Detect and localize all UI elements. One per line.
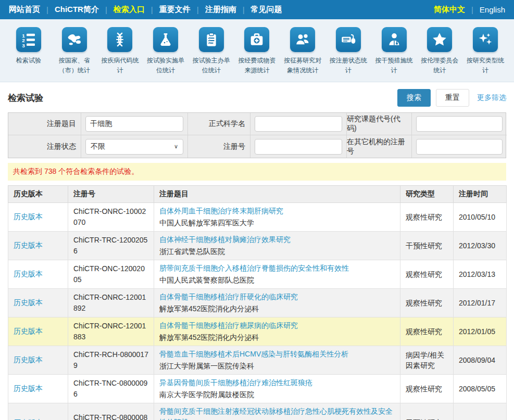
doctor-icon bbox=[382, 27, 407, 52]
toolbar-item-0[interactable]: 123检索试验 bbox=[7, 27, 51, 66]
form-input-2[interactable] bbox=[416, 116, 503, 132]
study-type: 观察性研究 bbox=[400, 260, 454, 289]
table-row: 历史版本ChiCTR-ONRC-12001892自体骨髓干细胞移植治疗肝硬化的临… bbox=[8, 289, 507, 317]
main-content: 检索试验 搜索 重置 更多筛选 注册题目正式科学名研究课题代号(代码)注册状态不… bbox=[0, 89, 514, 420]
history-version-link[interactable]: 历史版本 bbox=[14, 384, 43, 392]
toolbar-item-label: 按国家、省（市）统计 bbox=[54, 56, 95, 75]
registration-number: ChiCTR-TRC-08000080 bbox=[68, 403, 154, 420]
trial-title-link[interactable]: 脐带间充质干细胞介入移植治疗脊髓损伤的安全性和有效性 bbox=[159, 263, 395, 274]
toolbar-item-label: 检索试验 bbox=[8, 56, 49, 66]
star-icon bbox=[427, 27, 452, 52]
medkit-icon bbox=[244, 27, 269, 52]
toolbar-item-2[interactable]: 按疾病代码统计 bbox=[98, 27, 142, 75]
study-type: 病因学/相关因素研究 bbox=[400, 346, 454, 375]
toolbar-item-label: 按伦理委员会统计 bbox=[419, 56, 460, 75]
toolbar-item-8[interactable]: 按干预措施统计 bbox=[372, 27, 416, 75]
search-button[interactable]: 搜索 bbox=[397, 89, 431, 107]
top-navigation: 网站首页|ChiCTR简介|检索入口|重要文件|注册指南|常见问题 简体中文|E… bbox=[0, 0, 514, 19]
toolbar-item-label: 按征募研究对象情况统计 bbox=[282, 56, 323, 75]
toolbar-item-label: 按注册状态统计 bbox=[328, 56, 369, 75]
toolbar-item-label: 按研究类型统计 bbox=[465, 56, 506, 75]
study-type: 干预性研究 bbox=[400, 403, 454, 420]
toolbar-item-9[interactable]: 按伦理委员会统计 bbox=[418, 27, 461, 75]
trial-title-link[interactable]: 自体骨髓干细胞移植治疗肝硬化的临床研究 bbox=[159, 291, 395, 302]
stats-toolbar: 123检索试验按国家、省（市）统计按疾病代码统计按试验实施单位统计按试验主办单位… bbox=[0, 19, 514, 82]
clipboard-icon bbox=[199, 27, 224, 52]
form-input-1[interactable] bbox=[255, 116, 342, 132]
trial-title-link[interactable]: 骨髓造血干细胞移植术后HCMV感染与肝转氨酶相关性分析 bbox=[159, 349, 395, 360]
institution-name: 解放军第452医院消化内分泌科 bbox=[159, 303, 395, 314]
trial-title-link[interactable]: 自体骨髓干细胞移植治疗糖尿病的临床研究 bbox=[159, 320, 395, 331]
select-value: 不限 bbox=[91, 142, 105, 151]
nav-language-switch: 简体中文|English bbox=[434, 5, 505, 15]
toolbar-item-6[interactable]: 按征募研究对象情况统计 bbox=[281, 27, 324, 75]
toolbar-item-5[interactable]: 按经费或物资来源统计 bbox=[235, 27, 279, 75]
lang-item-0[interactable]: 简体中文 bbox=[434, 5, 465, 15]
table-row: 历史版本ChiCTR-RCH-08000179骨髓造血干细胞移植术后HCMV感染… bbox=[8, 346, 507, 375]
institution-name: 解放军第452医院消化内分泌科 bbox=[159, 332, 395, 343]
more-filters-link[interactable]: 更多筛选 bbox=[477, 93, 506, 103]
search-form: 注册题目正式科学名研究课题代号(代码)注册状态不限∨注册号在其它机构的注册号 bbox=[8, 112, 506, 158]
history-version-link[interactable]: 历史版本 bbox=[14, 270, 43, 278]
form-label-2: 研究课题代号(代码) bbox=[347, 113, 412, 135]
table-row: 历史版本ChiCTR-TRC-12002056自体神经干细胞移植对脑瘫治疗效果研… bbox=[8, 232, 507, 260]
toolbar-item-7[interactable]: 按注册状态统计 bbox=[327, 27, 370, 75]
table-row: 历史版本ChiCTR-ONRC-12001883自体骨髓干细胞移植治疗糖尿病的临… bbox=[8, 317, 507, 346]
registration-date: 2008/05/05 bbox=[454, 375, 507, 403]
form-input-4[interactable] bbox=[255, 139, 342, 155]
institution-name: 中国人民解放军第四军医大学 bbox=[159, 218, 395, 228]
nav-item-3[interactable]: 重要文件 bbox=[159, 5, 191, 15]
history-version-link[interactable]: 历史版本 bbox=[14, 212, 43, 221]
history-version-link[interactable]: 历史版本 bbox=[14, 327, 43, 335]
form-input-0[interactable] bbox=[85, 116, 183, 132]
nav-item-1[interactable]: ChiCTR简介 bbox=[55, 5, 99, 15]
study-type: 观察性研究 bbox=[400, 375, 454, 403]
nav-separator: | bbox=[151, 5, 153, 14]
nav-separator: | bbox=[197, 5, 199, 14]
lang-item-1[interactable]: English bbox=[480, 5, 505, 14]
toolbar-item-3[interactable]: 按试验实施单位统计 bbox=[144, 27, 187, 75]
trial-title-link[interactable]: 自体外周血干细胞治疗终末期肝病研究 bbox=[159, 206, 395, 217]
history-version-link[interactable]: 历史版本 bbox=[14, 418, 43, 420]
toolbar-item-1[interactable]: 按国家、省（市）统计 bbox=[53, 27, 96, 75]
reset-button[interactable]: 重置 bbox=[436, 89, 469, 107]
registration-date: 2008/04/10 bbox=[454, 403, 507, 420]
results-table: 历史版本注册号注册题目研究类型注册时间 历史版本ChiCTR-ONRC-1000… bbox=[8, 185, 507, 420]
search-actions: 搜索 重置 更多筛选 bbox=[397, 89, 506, 107]
page-title: 检索试验 bbox=[8, 92, 43, 104]
form-label-0: 注册题目 bbox=[8, 113, 81, 135]
nav-item-4[interactable]: 注册指南 bbox=[205, 5, 236, 15]
history-version-link[interactable]: 历史版本 bbox=[14, 298, 43, 307]
table-header-row: 历史版本注册号注册题目研究类型注册时间 bbox=[8, 186, 507, 203]
registration-number: ChiCTR-ONRC-10002070 bbox=[68, 203, 154, 232]
form-label-1: 正式科学名 bbox=[188, 113, 250, 135]
trial-title-link[interactable]: 自体神经干细胞移植对脑瘫治疗效果研究 bbox=[159, 234, 395, 245]
toolbar-item-10[interactable]: 按研究类型统计 bbox=[463, 27, 507, 75]
form-select-3[interactable]: 不限∨ bbox=[85, 139, 183, 155]
column-header-0: 历史版本 bbox=[8, 186, 68, 203]
registration-date: 2012/01/05 bbox=[454, 317, 507, 346]
history-version-link[interactable]: 历史版本 bbox=[14, 355, 43, 364]
nav-item-2[interactable]: 检索入口 bbox=[114, 5, 145, 15]
column-header-4: 注册时间 bbox=[454, 186, 507, 203]
toolbar-item-4[interactable]: 按试验主办单位统计 bbox=[190, 27, 233, 75]
keyboard-mouse-icon bbox=[336, 27, 361, 52]
nav-item-0[interactable]: 网站首页 bbox=[9, 5, 40, 15]
nav-menu: 网站首页|ChiCTR简介|检索入口|重要文件|注册指南|常见问题 bbox=[9, 5, 282, 15]
trial-title-link[interactable]: 异基因骨髓间质干细胞移植治疗难治性红斑狼疮 bbox=[159, 377, 395, 388]
results-tbody: 历史版本ChiCTR-ONRC-10002070自体外周血干细胞治疗终末期肝病研… bbox=[8, 203, 507, 420]
institution-name: 南京大学医学院附属鼓楼医院 bbox=[159, 389, 395, 400]
registration-number: ChiCTR-ONRC-12001883 bbox=[68, 317, 154, 346]
registration-date: 2012/01/17 bbox=[454, 289, 507, 317]
history-version-link[interactable]: 历史版本 bbox=[14, 241, 43, 249]
table-row: 历史版本ChiCTR-TNC-08000096异基因骨髓间质干细胞移植治疗难治性… bbox=[8, 375, 507, 403]
registration-number: ChiCTR-ONC-12002005 bbox=[68, 260, 154, 289]
form-input-5[interactable] bbox=[416, 139, 503, 155]
form-label-3: 注册状态 bbox=[8, 135, 81, 158]
trial-title-link[interactable]: 骨髓间充质干细胞注射液经冠状动脉移植治疗急性心肌梗死有效性及安全性的随机... bbox=[159, 406, 395, 420]
toolbar-item-label: 按试验主办单位统计 bbox=[191, 56, 232, 75]
study-type: 观察性研究 bbox=[400, 289, 454, 317]
registration-date: 2012/03/13 bbox=[454, 260, 507, 289]
sparkles-icon bbox=[473, 27, 498, 52]
nav-item-5[interactable]: 常见问题 bbox=[251, 5, 282, 15]
